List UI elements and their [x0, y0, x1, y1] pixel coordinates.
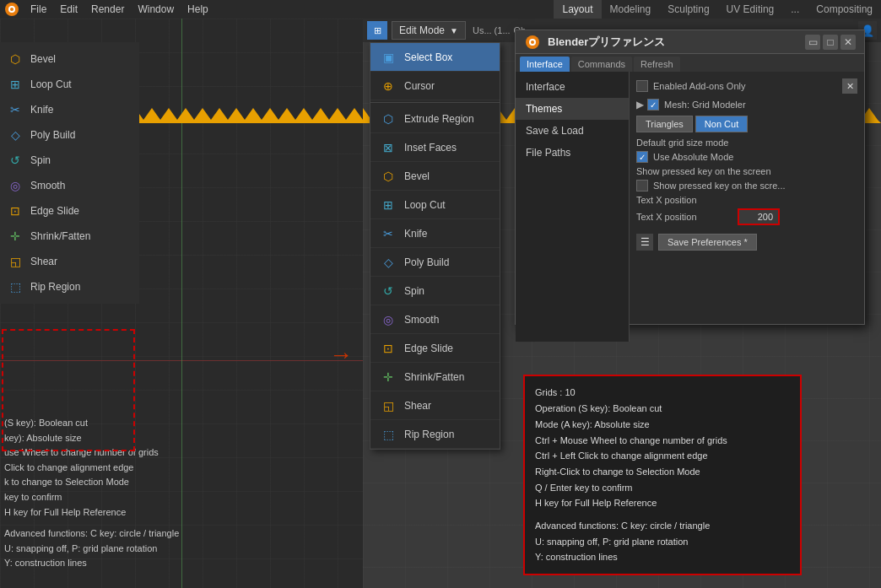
tool-shrink-fatten[interactable]: ✛ Shrink/Fatten	[0, 224, 139, 249]
tool-edge-slide[interactable]: ⊡ Edge Slide	[0, 198, 139, 224]
dropdown-rip-region-label: Rip Region	[404, 429, 454, 440]
info-ctrl-wheel: Ctrl + Mouse Wheel to change number of g…	[535, 433, 790, 449]
tool-dropdown-menu: ▣ Select Box ⊕ Cursor ⬡ Extrude Region ⊠…	[370, 42, 500, 450]
preferences-sidebar: Interface Themes Save & Load File Paths	[516, 72, 630, 342]
save-preferences-btn[interactable]: Save Preferences *	[658, 234, 757, 251]
dropdown-item-extrude[interactable]: ⬡ Extrude Region	[370, 105, 500, 133]
dropdown-item-smooth[interactable]: ◎ Smooth	[370, 305, 500, 334]
enabled-addons-checkbox[interactable]	[636, 80, 648, 92]
dropdown-item-shear[interactable]: ◱ Shear	[370, 391, 500, 420]
edge-slide-dropdown-icon: ⊡	[379, 339, 397, 358]
menu-file[interactable]: File	[24, 0, 53, 19]
dropdown-item-cursor[interactable]: ⊕ Cursor	[370, 72, 500, 100]
poly-build-dropdown-icon: ◇	[379, 253, 397, 272]
tool-list: ⬡ Bevel ⊞ Loop Cut ✂ Knife ◇ Poly Build …	[0, 42, 139, 304]
close-addons-btn[interactable]: ✕	[842, 78, 857, 94]
sidebar-themes[interactable]: Themes	[516, 98, 629, 120]
prefs-close-btn[interactable]: ✕	[840, 35, 856, 50]
prefs-menu-icon[interactable]: ☰	[636, 234, 653, 251]
use-absolute-checkbox[interactable]: ✓	[636, 151, 648, 163]
tool-shear[interactable]: ◱ Shear	[0, 249, 139, 274]
preferences-content: Enabled Add-ons Only ✕ ▶ ✓ Mesh: Grid Mo…	[630, 72, 864, 342]
info-right-click: Right-Click to change to Selection Mode	[535, 464, 790, 480]
arrow-indicator: →	[329, 342, 353, 369]
triangles-btn[interactable]: Triangles	[636, 116, 693, 132]
non-cut-btn[interactable]: Non Cut	[695, 116, 748, 132]
tab-uv-editing[interactable]: UV Editing	[718, 0, 783, 19]
bevel-dropdown-icon: ⬡	[379, 167, 397, 186]
info-adv-3: Y: construction lines	[535, 549, 790, 565]
edit-mode-dropdown[interactable]: Edit Mode ▼	[392, 21, 466, 40]
prefs-maximize-btn[interactable]: □	[823, 35, 838, 50]
show-key-2-label: Show pressed key on the scre...	[653, 181, 786, 191]
tab-sculpting[interactable]: Sculpting	[659, 0, 717, 19]
info-panel: Grids : 10 Operation (S key): Boolean cu…	[523, 375, 802, 575]
tool-spin-label: Spin	[30, 154, 51, 166]
tab-compositing[interactable]: Compositing	[808, 0, 881, 19]
dropdown-item-poly-build[interactable]: ◇ Poly Build	[370, 248, 500, 277]
dropdown-item-shrink[interactable]: ✛ Shrink/Fatten	[370, 363, 500, 391]
sidebar-interface[interactable]: Interface	[516, 76, 629, 98]
dropdown-item-knife[interactable]: ✂ Knife	[370, 219, 500, 248]
dropdown-poly-build-label: Poly Build	[404, 256, 449, 268]
tool-bevel[interactable]: ⬡ Bevel	[0, 46, 139, 72]
extrude-dropdown-icon: ⬡	[379, 110, 397, 128]
text-x-field-label: Text X position	[636, 212, 738, 222]
dropdown-item-spin[interactable]: ↺ Spin	[370, 277, 500, 305]
text-x-input[interactable]	[738, 208, 780, 225]
dropdown-cursor-label: Cursor	[404, 80, 435, 92]
dropdown-item-select-box[interactable]: ▣ Select Box	[370, 43, 500, 72]
save-prefs-row: ☰ Save Preferences *	[636, 234, 857, 251]
top-menu-bar: File Edit Render Window Help Layout Mode…	[0, 0, 881, 19]
info-line-7: H key for Full Help Reference	[4, 505, 179, 521]
tool-poly-build[interactable]: ◇ Poly Build	[0, 122, 139, 148]
tool-smooth[interactable]: ◎ Smooth	[0, 173, 139, 198]
dropdown-item-edge-slide[interactable]: ⊡ Edge Slide	[370, 334, 500, 363]
rip-dropdown-icon: ⬚	[379, 425, 397, 444]
prefs-tab-interface[interactable]: Interface	[520, 57, 570, 72]
grid-size-row: Default grid size mode	[636, 138, 857, 148]
shrink-dropdown-icon: ✛	[379, 368, 397, 386]
show-key-1-label: Show pressed key on the screen	[636, 166, 771, 176]
menu-render[interactable]: Render	[84, 0, 131, 19]
shrink-icon: ✛	[7, 228, 24, 245]
dropdown-item-inset[interactable]: ⊠ Inset Faces	[370, 133, 500, 162]
tool-spin[interactable]: ↺ Spin	[0, 148, 139, 173]
tool-rip-region[interactable]: ⬚ Rip Region	[0, 274, 139, 299]
info-line-4: Click to change alignment edge	[4, 461, 179, 476]
info-adv-2: U: snapping off, P: grid plane rotation	[535, 534, 790, 550]
info-grids: Grids : 10	[535, 385, 790, 401]
show-key-2-checkbox[interactable]	[636, 180, 648, 192]
menu-window[interactable]: Window	[131, 0, 181, 19]
sidebar-save-load[interactable]: Save & Load	[516, 120, 629, 142]
tab-more[interactable]: ...	[782, 0, 808, 19]
text-x-field-row: Text X position	[636, 208, 857, 225]
menu-edit[interactable]: Edit	[53, 0, 84, 19]
dropdown-item-bevel[interactable]: ⬡ Bevel	[370, 162, 500, 191]
tool-loop-cut[interactable]: ⊞ Loop Cut	[0, 72, 139, 97]
tool-knife[interactable]: ✂ Knife	[0, 97, 139, 122]
prefs-tab-commands[interactable]: Commands	[571, 57, 632, 72]
show-key-2-row: Show pressed key on the scre...	[636, 180, 857, 192]
prefs-minimize-btn[interactable]: ▭	[805, 35, 820, 50]
dropdown-item-loop-cut[interactable]: ⊞ Loop Cut	[370, 191, 500, 219]
loop-cut-dropdown-icon: ⊞	[379, 196, 397, 214]
rip-icon: ⬚	[7, 278, 24, 295]
preferences-title-bar: Blenderプリファレンス ▭ □ ✕	[516, 30, 864, 54]
sidebar-file-paths[interactable]: File Paths	[516, 142, 629, 164]
dropdown-item-rip-region[interactable]: ⬚ Rip Region	[370, 420, 500, 449]
select-box-dropdown-icon: ▣	[379, 48, 397, 67]
prefs-tab-refresh[interactable]: Refresh	[634, 57, 680, 72]
info-line-3: use Wheel to change number of grids	[4, 445, 179, 461]
tab-modeling[interactable]: Modeling	[602, 0, 660, 19]
info-line-2: key): Absolute size	[4, 431, 179, 446]
workspace-tabs: Layout Modeling Sculpting UV Editing ...…	[554, 0, 881, 19]
viewport-mode-icon[interactable]: ⊞	[367, 21, 387, 40]
tool-smooth-label: Smooth	[30, 180, 65, 192]
prefs-blender-logo	[524, 34, 541, 51]
tab-layout[interactable]: Layout	[554, 0, 601, 19]
preferences-dialog: Blenderプリファレンス ▭ □ ✕ Interface Commands …	[515, 30, 865, 325]
bevel-icon: ⬡	[7, 51, 24, 67]
menu-help[interactable]: Help	[181, 0, 215, 19]
mesh-grid-checkbox[interactable]: ✓	[647, 99, 659, 111]
